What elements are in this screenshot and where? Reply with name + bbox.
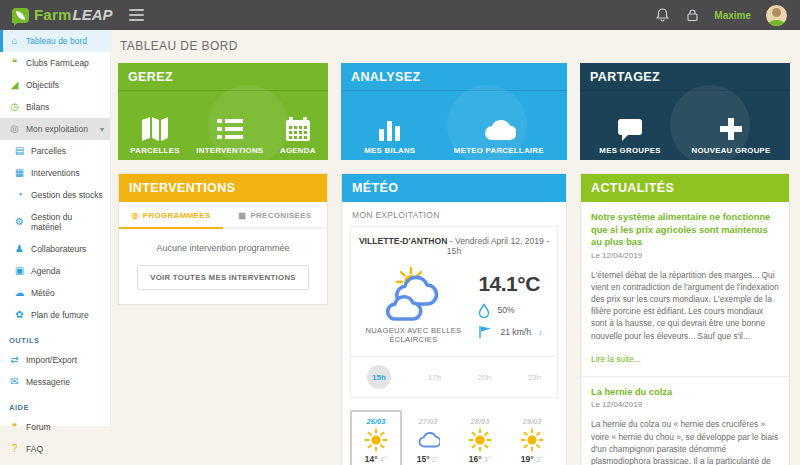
sidebar-item-collaborateurs[interactable]: ♟ Collaborateurs: [0, 238, 110, 260]
farmleap-logo[interactable]: FarmLEAP: [12, 6, 113, 24]
sidebar-item-label: Import/Export: [26, 355, 77, 365]
sidebar-item-interventions[interactable]: ▦ Interventions: [0, 162, 110, 184]
sidebar-item-clubs-farmleap[interactable]: ❝ Clubs FarmLeap: [0, 52, 110, 74]
tab-preconisees[interactable]: ▦ PRÉCONISÉES: [223, 202, 327, 227]
trend-chart-icon: ◢: [9, 80, 20, 90]
hour-option[interactable]: 23h: [528, 373, 541, 382]
meteo-wind-row: 21 km/h ↓: [478, 325, 542, 339]
sidebar-item-plan-de-fumure[interactable]: ✿ Plan de fumure: [0, 304, 110, 326]
interventions-panel-title: INTERVENTIONS: [119, 174, 327, 202]
sidebar-item-gestion-du-materiel[interactable]: ⚙ Gestion du matériel: [0, 206, 110, 238]
forecast-day[interactable]: 26/03 14° 4°: [350, 410, 402, 465]
equipment-icon: ⚙: [14, 217, 25, 227]
tab-label: PROGRAMMÉES: [143, 211, 211, 220]
sidebar-item-bilans[interactable]: ◷ Bilans: [0, 96, 110, 118]
forecast-day[interactable]: 27/03 15° 2°: [402, 410, 454, 465]
forecast-date: 29/03: [522, 417, 541, 426]
sidebar-item-label: Tableau de bord: [26, 36, 87, 46]
shortcut-label: NOUVEAU GROUPE: [691, 146, 770, 155]
column-actualites: PARTAGEZ MES GROUPES NOUVEAU GROUPE ACTU…: [580, 63, 790, 465]
menu-toggle-icon[interactable]: [129, 6, 144, 24]
cloud-icon: [416, 428, 440, 452]
speech-bubble-icon: [616, 116, 644, 142]
sidebar-item-contact[interactable]: ✉ Contact: [0, 460, 110, 465]
sidebar-item-label: Forum: [26, 422, 51, 432]
news-body: L'éternel débat de la répartition des ma…: [591, 269, 779, 342]
actualites-panel: ACTUALITÉS Notre système alimentaire ne …: [580, 173, 790, 465]
brand-leap: LEAP: [72, 6, 112, 23]
sidebar-item-import-export[interactable]: ⇄ Import/Export: [0, 349, 110, 371]
shortcut-nouveau-groupe[interactable]: NOUVEAU GROUPE: [691, 116, 770, 155]
sidebar-item-forum[interactable]: ❝ Forum: [0, 416, 110, 438]
shortcut-parcelles[interactable]: PARCELLES: [130, 116, 179, 155]
droplet-icon: [478, 303, 490, 318]
sun-icon: [364, 428, 388, 452]
forecast-day[interactable]: 29/03 19° 3°: [506, 410, 558, 465]
forecast-low: 3°: [536, 455, 543, 464]
column-gerez: GEREZ PARCELLES INTERVENTIONS AGENDA: [118, 63, 328, 465]
clock-badge-icon: ◎: [131, 211, 138, 220]
plant-icon: ✿: [14, 310, 25, 320]
sidebar-item-label: Plan de fumure: [31, 310, 89, 320]
sidebar-item-agenda[interactable]: ▣ Agenda: [0, 260, 110, 282]
forecast-low: 4°: [380, 455, 387, 464]
card-partagez-title: PARTAGEZ: [580, 63, 790, 91]
forum-icon: ❝: [9, 422, 20, 432]
avatar[interactable]: [765, 4, 788, 27]
news-article: Notre système alimentaire ne fonctionne …: [581, 202, 789, 377]
sidebar-item-label: Mon exploitation: [26, 124, 88, 134]
sidebar-item-objectifs[interactable]: ◢ Objectifs: [0, 74, 110, 96]
interventions-panel: INTERVENTIONS ◎ PROGRAMMÉES ▦ PRÉCONISÉE…: [118, 173, 328, 305]
lock-icon[interactable]: [684, 7, 700, 23]
sidebar-item-mon-exploitation[interactable]: ◎ Mon exploitation ▾: [0, 118, 110, 140]
forecast-high: 15°: [417, 454, 430, 464]
wind-flag-icon: [478, 325, 493, 339]
sidebar-item-tableau-de-bord[interactable]: ⌂ Tableau de bord: [0, 30, 110, 52]
shortcut-meteo-parcellaire[interactable]: METEO PARCELLAIRE: [454, 116, 544, 155]
sidebar-item-label: Météo: [31, 288, 55, 298]
notifications-bell-icon[interactable]: [654, 7, 670, 23]
sidebar-subgroup-mon-exploitation: ▤ Parcelles ▦ Interventions ◔ Gestion de…: [0, 140, 110, 326]
meteo-humidity: 50%: [497, 305, 514, 315]
sidebar-item-faq[interactable]: ? FAQ: [0, 438, 110, 460]
cloud-icon: [482, 116, 516, 142]
forecast-day[interactable]: 28/03 16° 3°: [454, 410, 506, 465]
hour-option[interactable]: 17h: [428, 373, 441, 382]
meteo-wind: 21 km/h: [500, 327, 531, 337]
news-title[interactable]: La hernie du colza: [591, 386, 779, 399]
shortcut-agenda[interactable]: AGENDA: [280, 116, 316, 155]
sun-behind-clouds-icon: [378, 266, 448, 322]
sidebar-item-messagerie[interactable]: ✉ Messagerie: [0, 371, 110, 393]
news-title[interactable]: Notre système alimentaire ne fonctionne …: [591, 211, 779, 249]
card-gerez: GEREZ PARCELLES INTERVENTIONS AGENDA: [118, 63, 328, 160]
actualites-panel-title: ACTUALITÉS: [581, 174, 789, 202]
hour-option[interactable]: 20h: [478, 373, 491, 382]
tab-programmees[interactable]: ◎ PROGRAMMÉES: [119, 202, 223, 229]
read-more-link[interactable]: Lire la suite...: [591, 354, 641, 364]
hour-option[interactable]: 15h: [367, 365, 391, 389]
map-icon: [140, 116, 170, 142]
sidebar-item-label: Gestion du matériel: [31, 212, 104, 232]
topbar: FarmLEAP Maxime: [0, 0, 800, 30]
sidebar-item-parcelles[interactable]: ▤ Parcelles: [0, 140, 110, 162]
forecast-date: 26/03: [366, 417, 385, 426]
shortcut-mes-groupes[interactable]: MES GROUPES: [599, 116, 660, 155]
news-body: La hernie du colza ou « hernie des cruci…: [591, 418, 779, 465]
forecast-date: 27/03: [418, 417, 437, 426]
shortcut-mes-bilans[interactable]: MES BILANS: [364, 116, 415, 155]
cloud-icon: ☁: [14, 288, 25, 298]
forecast-high: 14°: [365, 454, 378, 464]
interventions-empty-message: Aucune intervention programmée: [119, 229, 327, 263]
tab-label: PRÉCONISÉES: [250, 211, 311, 220]
card-partagez: PARTAGEZ MES GROUPES NOUVEAU GROUPE: [580, 63, 790, 160]
shortcut-interventions[interactable]: INTERVENTIONS: [196, 116, 263, 155]
sidebar-item-gestion-des-stocks[interactable]: ◔ Gestion des stocks: [0, 184, 110, 206]
user-menu[interactable]: Maxime: [714, 10, 751, 21]
news-article: La hernie du colza Le 12/04/2019 La hern…: [581, 377, 789, 465]
calendar-icon: ▣: [14, 266, 25, 276]
sidebar-item-meteo[interactable]: ☁ Météo: [0, 282, 110, 304]
forecast-high: 16°: [469, 454, 482, 464]
shortcut-label: INTERVENTIONS: [196, 146, 263, 155]
view-all-interventions-button[interactable]: VOIR TOUTES MES INTERVENTIONS: [137, 265, 309, 290]
list-icon: [215, 116, 245, 142]
